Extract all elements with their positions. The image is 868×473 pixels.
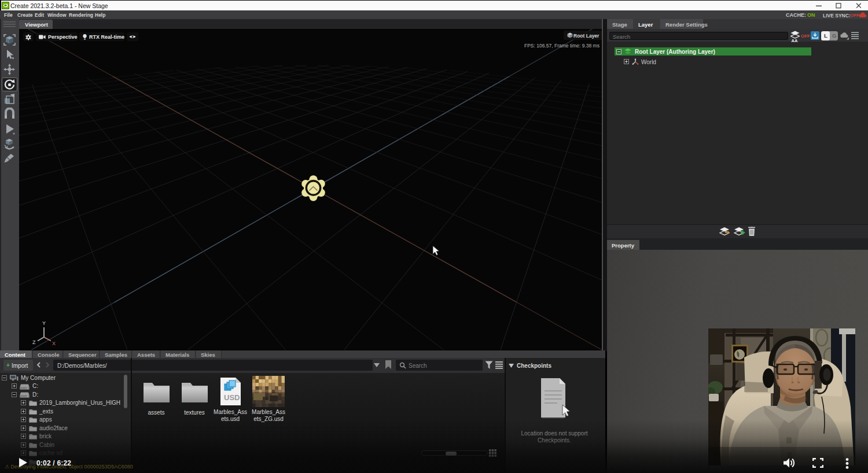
svg-text:USD: USD <box>224 393 240 402</box>
svg-text:AA: AA <box>792 38 798 43</box>
svg-text:Z: Z <box>32 339 36 345</box>
svg-text:Y: Y <box>42 320 46 326</box>
svg-text:X: X <box>52 341 56 346</box>
